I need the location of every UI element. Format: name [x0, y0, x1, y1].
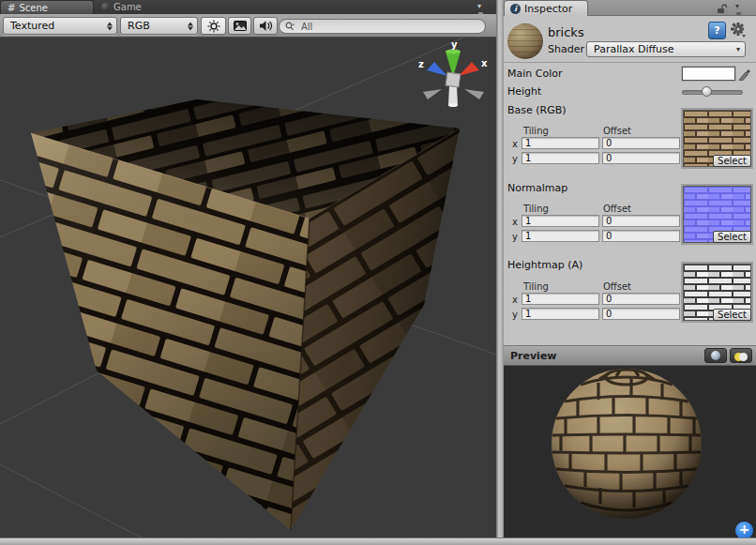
- lights-icon: [734, 347, 748, 365]
- offset-header: Offset: [603, 126, 631, 136]
- preview-viewport[interactable]: [504, 366, 756, 538]
- height-slider-thumb[interactable]: [702, 86, 712, 97]
- render-mode-dropdown[interactable]: Textured: [3, 17, 117, 35]
- tab-game[interactable]: Game: [96, 0, 169, 14]
- window-resize-strip: [0, 537, 756, 545]
- eyedropper-icon[interactable]: [738, 64, 751, 81]
- sun-icon: [207, 20, 220, 33]
- image-icon: [234, 21, 247, 31]
- search-input[interactable]: [299, 21, 462, 33]
- gizmo-x-label: x: [481, 58, 488, 68]
- game-icon: [101, 3, 110, 11]
- height-offset-x-input[interactable]: [602, 293, 680, 305]
- base-tiling-x-input[interactable]: [522, 137, 599, 149]
- tab-game-label: Game: [113, 2, 142, 12]
- base-tiling-y-input[interactable]: [522, 152, 599, 164]
- base-offset-y-input[interactable]: [602, 152, 680, 164]
- audio-toggle-button[interactable]: [253, 17, 278, 35]
- height-tiling-x-input[interactable]: [522, 293, 599, 305]
- axis-label: y: [512, 310, 518, 320]
- unity-editor-window: # Scene Game ▾≡ Textured RGB: [0, 0, 756, 545]
- channel-dropdown[interactable]: RGB: [120, 17, 198, 35]
- axis-label: y: [512, 154, 518, 164]
- info-icon: i: [510, 4, 521, 14]
- preview-title: Preview: [504, 350, 557, 362]
- height-slider-track[interactable]: [682, 90, 743, 95]
- normal-offset-x-input[interactable]: [602, 215, 680, 227]
- axis-label: x: [512, 139, 518, 149]
- preview-header[interactable]: Preview: [504, 345, 756, 366]
- base-offset-x-input[interactable]: [602, 137, 680, 149]
- axis-label: y: [512, 232, 518, 242]
- base-select-button[interactable]: Select: [713, 155, 751, 167]
- orientation-gizmo: y x z: [418, 39, 488, 107]
- panel-divider[interactable]: [496, 0, 504, 537]
- channel-value: RGB: [128, 20, 150, 32]
- section-title-normalmap: Normalmap: [507, 182, 567, 194]
- gizmo-y-label: y: [451, 39, 458, 50]
- shader-dropdown[interactable]: Parallax Diffuse ▾: [586, 41, 746, 57]
- tab-inspector-label: Inspector: [524, 3, 572, 15]
- normal-tiling-y-input[interactable]: [522, 230, 599, 242]
- gizmo-z-label: z: [418, 59, 424, 69]
- preview-shape-button[interactable]: [704, 348, 727, 363]
- lock-icon[interactable]: [717, 3, 728, 14]
- skybox-toggle-button[interactable]: [228, 17, 251, 35]
- offset-header: Offset: [603, 204, 631, 214]
- normalmap-select-button[interactable]: Select: [713, 231, 751, 243]
- section-title-heightmap: Heightmap (A): [507, 259, 582, 271]
- shader-label: Shader: [548, 43, 584, 55]
- main-color-swatch[interactable]: [682, 67, 735, 81]
- tiling-header: Tiling: [523, 204, 549, 214]
- shader-value: Parallax Diffuse: [594, 43, 674, 55]
- scene-viewport[interactable]: y x z: [0, 38, 496, 537]
- material-name: bricks: [548, 25, 584, 39]
- main-color-label: Main Color: [507, 68, 562, 80]
- tiling-header: Tiling: [523, 126, 549, 136]
- scene-search-field[interactable]: [279, 19, 486, 34]
- scene-grid-icon: #: [8, 3, 15, 13]
- sphere-icon: [711, 351, 720, 360]
- axis-label: x: [512, 217, 518, 227]
- gear-menu-button[interactable]: [730, 22, 747, 38]
- height-tiling-y-input[interactable]: [522, 308, 599, 320]
- tab-scene[interactable]: # Scene: [0, 0, 94, 14]
- heightmap-select-button[interactable]: Select: [713, 309, 751, 321]
- height-offset-y-input[interactable]: [602, 308, 680, 320]
- audio-icon: [259, 20, 273, 32]
- preview-sphere: [504, 366, 756, 538]
- render-mode-value: Textured: [10, 20, 54, 32]
- offset-header: Offset: [603, 281, 631, 292]
- normal-offset-y-input[interactable]: [602, 230, 680, 242]
- material-preview-thumb[interactable]: [507, 23, 543, 59]
- normal-tiling-x-input[interactable]: [522, 215, 599, 227]
- search-icon: [285, 22, 296, 31]
- preview-light-button[interactable]: [730, 348, 752, 363]
- chevron-down-icon: ▾: [736, 45, 740, 53]
- section-title-base: Base (RGB): [507, 104, 567, 116]
- brick-cube: [31, 99, 460, 530]
- scene-3d-render: y x z: [0, 38, 496, 537]
- tab-inspector[interactable]: i Inspector: [504, 0, 588, 16]
- separator: [504, 62, 756, 63]
- tiling-header: Tiling: [523, 281, 549, 292]
- axis-label: x: [512, 295, 518, 305]
- updown-arrows-icon: [188, 22, 193, 30]
- help-button[interactable]: ?: [708, 22, 726, 39]
- updown-arrows-icon: [107, 22, 113, 30]
- tab-scene-label: Scene: [19, 3, 48, 13]
- lighting-toggle-button[interactable]: [201, 17, 226, 35]
- height-label: Height: [507, 85, 541, 98]
